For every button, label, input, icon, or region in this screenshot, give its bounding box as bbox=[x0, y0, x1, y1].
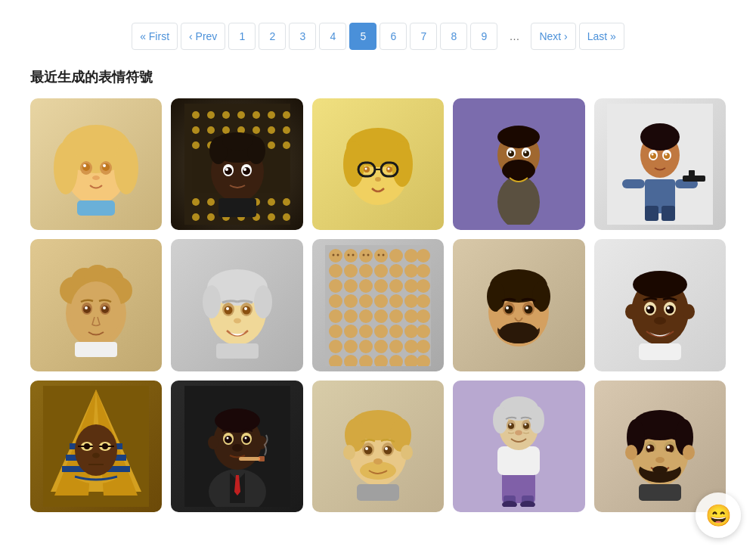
emoji-card-14[interactable] bbox=[453, 381, 584, 512]
svg-point-39 bbox=[268, 198, 275, 206]
page-3-button[interactable]: 3 bbox=[289, 23, 316, 50]
svg-point-159 bbox=[404, 309, 418, 323]
emoji-image-13 bbox=[312, 381, 444, 512]
svg-point-17 bbox=[253, 111, 260, 119]
emoji-image-4 bbox=[453, 98, 584, 230]
svg-point-33 bbox=[283, 141, 290, 149]
emoji-image-9 bbox=[453, 239, 584, 371]
svg-point-70 bbox=[387, 168, 389, 170]
svg-point-213 bbox=[654, 317, 666, 325]
svg-point-256 bbox=[401, 445, 413, 460]
emoji-card-11[interactable] bbox=[30, 381, 162, 512]
svg-point-239 bbox=[215, 409, 260, 433]
svg-point-82 bbox=[525, 151, 527, 154]
emoji-card-12[interactable] bbox=[171, 381, 302, 512]
emoji-image-5 bbox=[594, 98, 726, 230]
svg-point-294 bbox=[647, 446, 650, 449]
svg-point-248 bbox=[232, 444, 243, 452]
svg-point-130 bbox=[389, 249, 403, 263]
emoji-card-4[interactable] bbox=[453, 98, 584, 230]
svg-point-81 bbox=[510, 151, 512, 154]
svg-point-8 bbox=[83, 164, 86, 167]
emoji-card-8[interactable] bbox=[312, 239, 444, 371]
svg-point-210 bbox=[665, 305, 674, 313]
emoji-card-1[interactable] bbox=[30, 98, 162, 230]
svg-point-298 bbox=[655, 457, 665, 463]
svg-point-163 bbox=[359, 325, 373, 338]
prev-page-button[interactable]: ‹ Prev bbox=[181, 23, 225, 50]
emoji-image-15 bbox=[594, 381, 726, 512]
svg-point-136 bbox=[374, 264, 388, 278]
svg-point-26 bbox=[283, 126, 290, 134]
svg-point-20 bbox=[192, 126, 200, 134]
svg-point-166 bbox=[404, 325, 418, 338]
page-6-button[interactable]: 6 bbox=[380, 23, 407, 50]
svg-point-225 bbox=[75, 424, 117, 476]
emoji-card-7[interactable] bbox=[171, 239, 302, 371]
svg-rect-214 bbox=[639, 343, 681, 360]
svg-rect-96 bbox=[689, 170, 695, 178]
svg-point-122 bbox=[244, 307, 247, 310]
svg-point-111 bbox=[103, 306, 106, 309]
svg-point-120 bbox=[242, 306, 250, 314]
svg-point-46 bbox=[268, 213, 275, 221]
emoji-card-5[interactable] bbox=[594, 98, 726, 230]
next-page-button[interactable]: Next › bbox=[531, 23, 575, 50]
svg-point-211 bbox=[647, 306, 650, 309]
emoji-card-6[interactable] bbox=[30, 239, 162, 371]
svg-rect-11 bbox=[77, 200, 115, 216]
page-2-button[interactable]: 2 bbox=[259, 23, 286, 50]
svg-point-160 bbox=[417, 309, 430, 323]
svg-point-156 bbox=[359, 309, 373, 323]
svg-point-199 bbox=[525, 305, 533, 313]
svg-point-142 bbox=[359, 279, 373, 293]
svg-point-278 bbox=[525, 424, 527, 426]
svg-point-76 bbox=[502, 160, 535, 181]
emoji-card-3[interactable] bbox=[312, 98, 444, 230]
page-1-button[interactable]: 1 bbox=[228, 23, 256, 50]
emoji-card-9[interactable] bbox=[453, 239, 584, 371]
emoji-card-2[interactable] bbox=[171, 98, 302, 230]
emoji-card-13[interactable] bbox=[312, 381, 444, 512]
svg-rect-300 bbox=[639, 484, 681, 501]
svg-point-19 bbox=[283, 111, 290, 119]
emoji-image-10 bbox=[594, 239, 726, 371]
page-5-button[interactable]: 5 bbox=[349, 23, 376, 50]
page-4-button[interactable]: 4 bbox=[319, 23, 346, 50]
svg-point-184 bbox=[347, 253, 349, 256]
svg-point-201 bbox=[525, 306, 528, 309]
page-7-button[interactable]: 7 bbox=[410, 23, 437, 50]
svg-point-164 bbox=[374, 325, 388, 338]
svg-point-2 bbox=[54, 141, 78, 194]
svg-point-25 bbox=[268, 126, 275, 134]
svg-point-173 bbox=[404, 340, 418, 353]
svg-point-158 bbox=[389, 309, 403, 323]
svg-point-123 bbox=[234, 318, 241, 323]
last-page-button[interactable]: Last » bbox=[579, 23, 624, 50]
svg-point-186 bbox=[362, 253, 364, 256]
emoji-card-15[interactable] bbox=[594, 381, 726, 512]
svg-point-209 bbox=[646, 305, 654, 313]
page-9-button[interactable]: 9 bbox=[470, 23, 497, 50]
svg-point-126 bbox=[329, 249, 342, 263]
svg-point-22 bbox=[222, 126, 230, 134]
page-8-button[interactable]: 8 bbox=[440, 23, 467, 50]
svg-point-295 bbox=[667, 446, 670, 449]
svg-point-200 bbox=[506, 306, 509, 309]
svg-point-7 bbox=[102, 163, 110, 171]
first-page-button[interactable]: « First bbox=[132, 23, 178, 50]
svg-point-40 bbox=[283, 198, 290, 206]
svg-point-288 bbox=[625, 445, 637, 460]
svg-point-206 bbox=[683, 304, 695, 319]
svg-rect-59 bbox=[218, 198, 256, 217]
emoji-card-10[interactable] bbox=[594, 239, 726, 371]
svg-point-272 bbox=[529, 406, 544, 433]
svg-point-42 bbox=[207, 213, 215, 221]
svg-point-135 bbox=[359, 264, 373, 278]
svg-point-247 bbox=[244, 437, 246, 440]
svg-point-137 bbox=[389, 264, 403, 278]
svg-rect-97 bbox=[645, 206, 658, 221]
svg-point-277 bbox=[510, 424, 512, 426]
svg-point-52 bbox=[222, 132, 253, 151]
svg-point-21 bbox=[207, 126, 215, 134]
